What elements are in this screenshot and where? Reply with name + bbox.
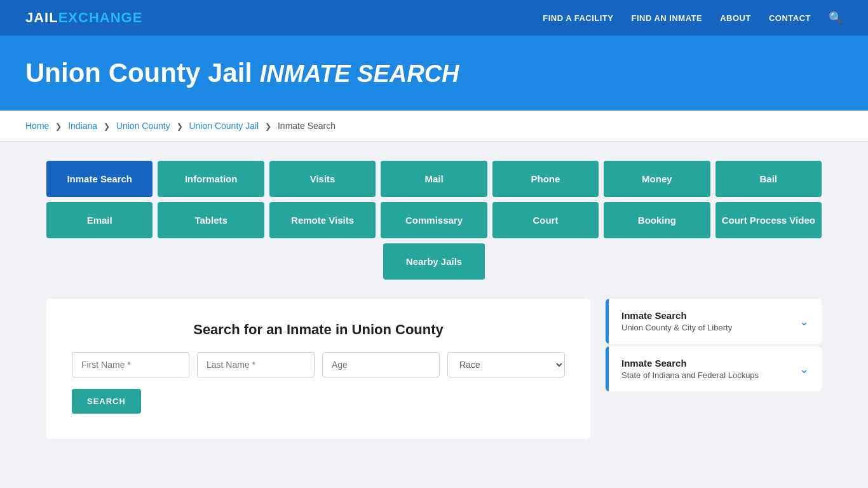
sidebar-card-2: Inmate Search State of Indiana and Feder… [606, 346, 822, 391]
hero-banner: Union County Jail INMATE SEARCH [0, 36, 868, 111]
search-button[interactable]: SEARCH [72, 389, 141, 414]
hero-title: Union County Jail INMATE SEARCH [25, 58, 843, 88]
nav-links: FIND A FACILITY FIND AN INMATE ABOUT CON… [543, 11, 843, 25]
breadcrumb-sep-4: ❯ [265, 122, 271, 131]
breadcrumb-union-county[interactable]: Union County [116, 121, 170, 131]
breadcrumb-home[interactable]: Home [25, 121, 49, 131]
search-fields: Race White Black Hispanic Asian Other [72, 352, 565, 377]
sidebar-card-title-1: Inmate Search [621, 310, 732, 321]
breadcrumb: Home ❯ Indiana ❯ Union County ❯ Union Co… [0, 111, 868, 142]
btn-information[interactable]: Information [158, 161, 264, 197]
search-icon[interactable]: 🔍 [829, 11, 843, 25]
sidebar-card-title-2: Inmate Search [621, 358, 759, 369]
btn-money[interactable]: Money [604, 161, 710, 197]
nav-button-row3: Nearby Jails [46, 243, 822, 280]
logo-jail: JAIL [25, 10, 58, 25]
btn-bail[interactable]: Bail [715, 161, 822, 197]
sidebar-card-text-2: Inmate Search State of Indiana and Feder… [621, 358, 759, 380]
sidebar-card-header-1[interactable]: Inmate Search Union County & City of Lib… [606, 299, 822, 344]
age-input[interactable] [322, 352, 440, 377]
btn-court-process-video[interactable]: Court Process Video [715, 202, 822, 238]
btn-visits[interactable]: Visits [269, 161, 376, 197]
breadcrumb-union-county-jail[interactable]: Union County Jail [189, 121, 259, 131]
first-name-input[interactable] [72, 352, 189, 377]
breadcrumb-indiana[interactable]: Indiana [68, 121, 97, 131]
breadcrumb-current: Inmate Search [278, 121, 336, 131]
btn-email[interactable]: Email [46, 202, 153, 238]
chevron-down-icon-2: ⌄ [799, 362, 809, 376]
btn-inmate-search[interactable]: Inmate Search [46, 161, 153, 197]
breadcrumb-sep-1: ❯ [55, 122, 62, 131]
content-area: Search for an Inmate in Union County Rac… [46, 299, 822, 439]
nav-find-facility[interactable]: FIND A FACILITY [543, 13, 613, 23]
btn-phone[interactable]: Phone [492, 161, 599, 197]
last-name-input[interactable] [197, 352, 315, 377]
sidebar-card-header-2[interactable]: Inmate Search State of Indiana and Feder… [606, 346, 822, 391]
btn-remote-visits[interactable]: Remote Visits [269, 202, 376, 238]
sidebar-card-subtitle-2: State of Indiana and Federal Lockups [621, 370, 759, 380]
nav-contact[interactable]: CONTACT [769, 13, 811, 23]
btn-booking[interactable]: Booking [604, 202, 710, 238]
btn-mail[interactable]: Mail [381, 161, 487, 197]
nav-button-row1: Inmate Search Information Visits Mail Ph… [46, 161, 822, 197]
sidebar-card-1: Inmate Search Union County & City of Lib… [606, 299, 822, 344]
btn-nearby-jails[interactable]: Nearby Jails [383, 243, 485, 280]
chevron-down-icon-1: ⌄ [799, 315, 809, 329]
logo-exchange: EXCHANGE [58, 10, 143, 25]
site-logo: JAILEXCHANGE [25, 10, 142, 26]
breadcrumb-sep-3: ❯ [177, 122, 183, 131]
breadcrumb-sep-2: ❯ [104, 122, 110, 131]
sidebar: Inmate Search Union County & City of Lib… [606, 299, 822, 394]
nav-find-inmate[interactable]: FIND AN INMATE [631, 13, 702, 23]
btn-court[interactable]: Court [492, 202, 599, 238]
btn-tablets[interactable]: Tablets [158, 202, 264, 238]
btn-commissary[interactable]: Commissary [381, 202, 487, 238]
search-form-box: Search for an Inmate in Union County Rac… [46, 299, 590, 439]
nav-about[interactable]: ABOUT [720, 13, 751, 23]
main-content: Inmate Search Information Visits Mail Ph… [21, 142, 847, 458]
nav-button-row2: Email Tablets Remote Visits Commissary C… [46, 202, 822, 238]
sidebar-card-text-1: Inmate Search Union County & City of Lib… [621, 310, 732, 332]
search-form-title: Search for an Inmate in Union County [72, 322, 565, 338]
navbar: JAILEXCHANGE FIND A FACILITY FIND AN INM… [0, 0, 868, 36]
sidebar-card-subtitle-1: Union County & City of Liberty [621, 323, 732, 332]
race-select[interactable]: Race White Black Hispanic Asian Other [447, 352, 565, 377]
